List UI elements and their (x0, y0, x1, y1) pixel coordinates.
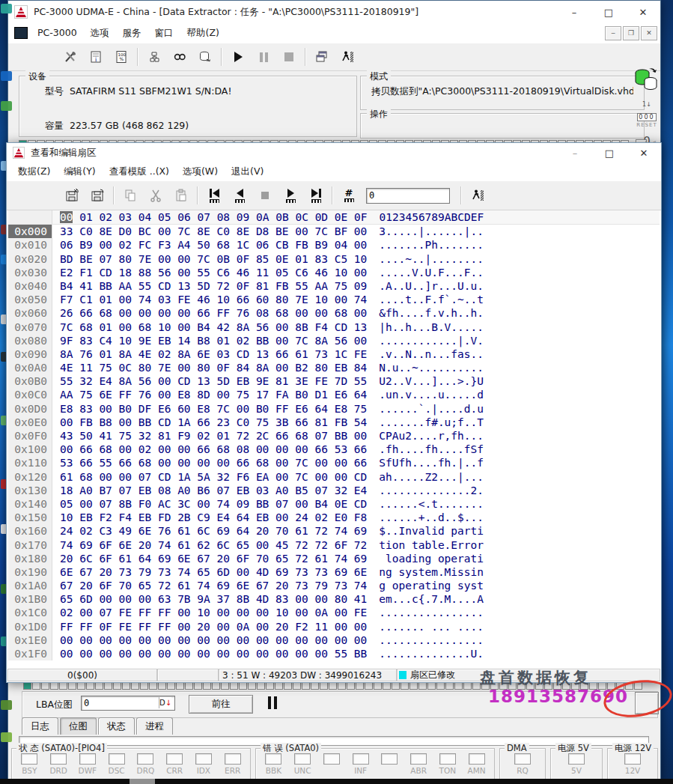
hex-row-address[interactable]: 0x020 (8, 252, 52, 266)
hex-row[interactable]: 0x14005 00 07 8B F0 AC 3C 00 74 09 BB 07… (8, 497, 660, 511)
hex-row-address[interactable]: 0x010 (8, 238, 52, 252)
main-menu-item-2[interactable]: 服务 (116, 27, 148, 40)
hex-row-address[interactable]: 0x080 (8, 334, 52, 347)
hex-row-address[interactable]: 0x1C0 (8, 606, 52, 619)
hex-row-ascii[interactable]: SfUfh....fh.|..f (367, 456, 484, 470)
tab-1[interactable]: 日志 (22, 717, 58, 735)
minimize-button[interactable]: – (558, 143, 592, 162)
hex-row-address[interactable]: 0x050 (8, 293, 52, 306)
hex-row-bytes[interactable]: 00 66 68 00 02 00 00 66 68 08 00 00 00 6… (52, 443, 367, 456)
tab-2[interactable]: 位图 (60, 717, 97, 735)
hex-row-bytes[interactable]: E8 83 00 B0 DF E6 60 E8 7C 00 B0 FF E6 6… (52, 402, 367, 416)
paste-icon[interactable] (168, 185, 194, 206)
hex-row-address[interactable]: 0x110 (8, 456, 52, 470)
hex-row-ascii[interactable]: &fh....f.v.h..h. (367, 306, 484, 320)
test-100-button[interactable]: 100% (109, 46, 134, 67)
hex-row-bytes[interactable]: 65 6D 00 00 00 63 7B 9A 37 8B 4D 83 00 0… (52, 592, 367, 606)
mdi-minimize-button[interactable]: ‒ (605, 26, 621, 40)
cut-icon[interactable] (143, 185, 168, 206)
hex-row-bytes[interactable]: 8A 76 01 8A 4E 02 8A 6E 03 CD 13 66 61 7… (52, 347, 367, 361)
last-sector-button[interactable] (303, 185, 329, 206)
hex-row-address[interactable]: 0x060 (8, 306, 52, 320)
hex-row[interactable]: 0x0707C 68 01 00 68 10 00 B4 42 8A 56 00… (8, 320, 660, 334)
hex-row-address[interactable]: 0x120 (8, 470, 52, 484)
hex-row-address[interactable]: 0x1E0 (8, 633, 52, 647)
hex-row-address[interactable]: 0x090 (8, 347, 52, 361)
mdi-restore-button[interactable]: ❐ (623, 26, 639, 40)
hex-row-bytes[interactable]: 9F 83 C4 10 9E EB 14 B8 01 02 BB 00 7C 8… (52, 334, 367, 347)
hex-row[interactable]: 0x020BD BE 07 80 7E 00 00 7C 0B 0F 85 0E… (8, 252, 660, 266)
hex-row-ascii[interactable]: ....~..|........ (367, 252, 484, 266)
desktop-icon[interactable] (1, 700, 12, 710)
hex-row-ascii[interactable]: .un.v....u.....d (367, 388, 484, 401)
sector-number-input[interactable] (366, 188, 450, 204)
search-icon[interactable] (167, 46, 192, 67)
hex-row[interactable]: 0x0D0E8 83 00 B0 DF E6 60 E8 7C 00 B0 FF… (8, 402, 660, 416)
database-refresh-icon[interactable] (634, 67, 658, 92)
desktop-icon[interactable] (1, 732, 12, 742)
hex-row-bytes[interactable]: 6E 67 20 73 79 73 74 65 6D 00 4D 69 73 7… (52, 565, 367, 579)
hex-row-address[interactable]: 0x1D0 (8, 620, 52, 633)
exit-runner-icon[interactable] (465, 185, 490, 206)
hex-row[interactable]: 0x18020 6C 6F 61 64 69 6E 67 20 6F 70 65… (8, 552, 660, 565)
hex-row-ascii[interactable]: g operating syst (367, 579, 484, 592)
hex-row-bytes[interactable]: 4E 11 75 0C 80 7E 00 80 0F 84 8A 00 B2 8… (52, 361, 367, 374)
hex-row[interactable]: 0x00033 C0 8E D0 BC 00 7C 8E C0 8E D8 BE… (8, 225, 660, 238)
hex-row-ascii[interactable]: |h..h...B.V..... (367, 320, 484, 334)
hex-row[interactable]: 0x0908A 76 01 8A 4E 02 8A 6E 03 CD 13 66… (8, 347, 660, 361)
hex-row-bytes[interactable]: 55 32 E4 8A 56 00 CD 13 5D EB 9E 81 3E F… (52, 374, 367, 388)
hex-row[interactable]: 0x15010 EB F2 F4 EB FD 2B C9 E4 64 EB 00… (8, 511, 660, 524)
hex-row-bytes[interactable]: B4 41 BB AA 55 CD 13 5D 72 0F 81 FB 55 A… (52, 279, 367, 293)
hex-row[interactable]: 0x1C002 00 07 FE FF FF 00 10 00 00 00 10… (8, 606, 660, 619)
hex-row-address[interactable]: 0x070 (8, 320, 52, 334)
hex-row-address[interactable]: 0x030 (8, 266, 52, 279)
hex-row-ascii[interactable]: .fh....fh....fSf (367, 443, 484, 456)
hex-row-bytes[interactable]: FF FF 0F FE FF FF 00 20 00 0A 00 20 F2 1… (52, 620, 367, 633)
stop-read-button[interactable] (252, 185, 278, 206)
hex-row-ascii[interactable]: ng system.Missin (367, 565, 484, 579)
hex-row-bytes[interactable]: 24 02 C3 49 6E 76 61 6C 69 64 20 70 61 7… (52, 524, 367, 538)
start-button[interactable] (225, 46, 251, 67)
hex-menu-item-4[interactable]: 退出(V) (225, 165, 270, 178)
hex-row-ascii[interactable]: ................ (367, 633, 484, 647)
copy-icon[interactable] (118, 185, 143, 206)
hex-menu-item-2[interactable]: 查看模版 ..(X) (103, 165, 176, 178)
desktop-icon[interactable] (1, 71, 12, 81)
hex-row[interactable]: 0x0C0AA 75 6E FF 76 00 E8 8D 00 75 17 FA… (8, 388, 660, 401)
hex-row[interactable]: 0x17074 69 6F 6E 20 74 61 62 6C 65 00 45… (8, 538, 660, 552)
write-sector-as-icon[interactable] (85, 185, 110, 206)
hex-row[interactable]: 0x050F7 C1 01 00 74 03 FE 46 10 66 60 80… (8, 293, 660, 306)
exit-runner-icon[interactable] (335, 46, 360, 67)
close-button[interactable]: ✕ (626, 1, 660, 23)
hex-row-bytes[interactable]: E2 F1 CD 18 88 56 00 55 C6 46 11 05 C6 4… (52, 266, 367, 279)
hex-row-bytes[interactable]: 7C 68 01 00 68 10 00 B4 42 8A 56 00 8B F… (52, 320, 367, 334)
hex-row[interactable]: 0x16024 02 C3 49 6E 76 61 6C 69 64 20 70… (8, 524, 660, 538)
database-export-button[interactable] (192, 46, 218, 67)
hex-row-ascii[interactable]: loading operati (367, 552, 484, 565)
hex-row-ascii[interactable]: .....V.U.F...F.. (367, 266, 484, 279)
hex-row-address[interactable]: 0x100 (8, 443, 52, 456)
hex-row-ascii[interactable]: ......+..d..$... (367, 511, 484, 524)
hex-row-bytes[interactable]: 43 50 41 75 32 81 F9 02 01 72 2C 66 68 0… (52, 429, 367, 443)
main-menu-item-3[interactable]: 窗口 (148, 27, 180, 40)
first-sector-button[interactable] (201, 185, 227, 206)
hex-row-ascii[interactable]: ..............U. (367, 647, 484, 660)
hex-row-bytes[interactable]: 20 6C 6F 61 64 69 6E 67 20 6F 70 65 72 6… (52, 552, 367, 565)
hex-row[interactable]: 0x12061 68 00 00 07 CD 1A 5A 32 F6 EA 00… (8, 470, 660, 484)
hex-row-address[interactable]: 0x130 (8, 484, 52, 497)
desktop-icon[interactable] (1, 4, 12, 13)
hex-row[interactable]: 0x1A067 20 6F 70 65 72 61 74 69 6E 67 20… (8, 579, 660, 592)
maximize-button[interactable]: □ (591, 1, 626, 23)
hex-row-ascii[interactable]: .......Ph....... (367, 238, 484, 252)
hex-row-bytes[interactable]: 18 A0 B7 07 EB 08 A0 B6 07 EB 03 A0 B5 0… (52, 484, 367, 497)
hex-row-address[interactable]: 0x180 (8, 552, 52, 565)
hex-row-bytes[interactable]: 00 00 00 00 00 00 00 00 00 00 00 00 00 0… (52, 647, 367, 660)
hex-row-ascii[interactable]: .A..U..]r...U.u. (367, 279, 484, 293)
hex-row-bytes[interactable]: 26 66 68 00 00 00 00 66 FF 76 08 68 00 0… (52, 306, 367, 320)
hex-row-bytes[interactable]: 33 C0 8E D0 BC 00 7C 8E C0 8E D8 BE 00 7… (52, 225, 367, 238)
hex-row-ascii[interactable]: tion table.Error (367, 538, 484, 552)
hex-row[interactable]: 0x1D0FF FF 0F FE FF FF 00 20 00 0A 00 20… (8, 620, 660, 633)
hex-row-bytes[interactable]: 02 00 07 FE FF FF 00 10 00 00 00 10 00 0… (52, 606, 367, 619)
write-sector-icon[interactable] (59, 185, 85, 206)
main-menu-item-1[interactable]: 选项 (84, 27, 116, 40)
